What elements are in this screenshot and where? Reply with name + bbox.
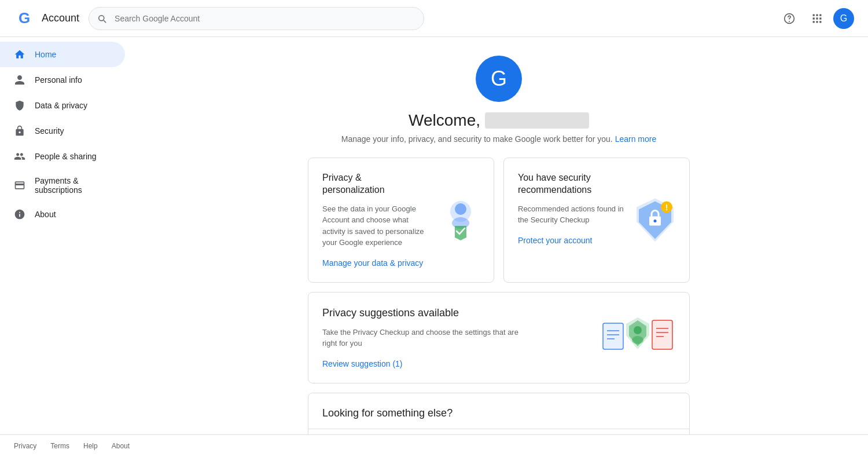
avatar-large-letter: G: [491, 67, 507, 91]
privacy-illustration: [435, 194, 487, 246]
security-illustration: !: [631, 195, 680, 244]
footer-privacy-link[interactable]: Privacy: [14, 442, 36, 450]
learn-more-text: Learn more: [615, 134, 657, 144]
sidebar-item-personal-info[interactable]: Personal info: [0, 67, 125, 93]
privacy-card-title: Privacy & personalization: [322, 172, 425, 196]
sidebar-label-payments: Payments & subscriptions: [35, 176, 111, 195]
privacy-suggestions-title: Privacy suggestions available: [322, 306, 534, 320]
help-button[interactable]: [778, 7, 801, 30]
footer: Privacy Terms Help About: [0, 434, 868, 457]
user-avatar-nav[interactable]: G: [833, 8, 854, 29]
credit-card-icon: [14, 180, 25, 191]
sidebar-label-security: Security: [35, 126, 64, 136]
privacy-suggestions-link[interactable]: Review suggestion (1): [322, 359, 403, 368]
svg-rect-31: [652, 320, 672, 349]
top-nav: G Account: [0, 0, 868, 37]
security-card-title: You have security recommendations: [518, 172, 620, 196]
privacy-card: Privacy & personalization See the data i…: [308, 158, 494, 283]
person-icon: [14, 74, 25, 86]
sidebar-item-data-privacy[interactable]: Data & privacy: [0, 93, 125, 118]
sidebar-item-home[interactable]: Home: [0, 42, 125, 67]
search-icon: [97, 13, 107, 24]
welcome-subtitle: Manage your info, privacy, and security …: [341, 134, 656, 144]
sidebar-label-data-privacy: Data & privacy: [35, 101, 87, 110]
user-avatar-large: G: [476, 56, 522, 102]
svg-point-30: [632, 336, 643, 344]
help-icon: [784, 13, 795, 24]
apps-button[interactable]: [806, 7, 829, 30]
svg-rect-9: [819, 17, 821, 19]
sidebar-item-payments[interactable]: Payments & subscriptions: [0, 169, 125, 202]
nav-title: Account: [42, 12, 79, 24]
sidebar-label-personal-info: Personal info: [35, 75, 82, 85]
privacy-card-link[interactable]: Manage your data & privacy: [322, 258, 423, 268]
welcome-sub-text: Manage your info, privacy, and security …: [341, 134, 613, 144]
security-card-body: Recommended actions found in the Securit…: [518, 203, 628, 226]
svg-rect-4: [813, 14, 815, 16]
learn-more-link[interactable]: Learn more: [615, 134, 657, 144]
looking-title: Looking for something else?: [308, 393, 689, 429]
search-bar: [89, 7, 424, 30]
sidebar-item-people-sharing[interactable]: People & sharing: [0, 144, 125, 169]
footer-help-link[interactable]: Help: [83, 442, 98, 450]
svg-point-3: [789, 21, 790, 21]
sidebar-label-about: About: [35, 210, 56, 219]
svg-text:!: !: [665, 202, 668, 211]
svg-rect-23: [603, 323, 623, 349]
welcome-section: G Welcome, Manage your info, privacy, an…: [157, 56, 840, 144]
sidebar-item-security[interactable]: Security: [0, 118, 125, 144]
svg-rect-5: [816, 14, 818, 16]
shield-icon: [14, 100, 25, 111]
welcome-greeting: Welcome,: [409, 111, 480, 130]
svg-rect-12: [819, 21, 821, 23]
privacy-card-body: See the data in your Google Account and …: [322, 203, 432, 248]
google-logo-icon: G: [14, 7, 37, 30]
svg-point-14: [455, 203, 466, 215]
lock-icon: [14, 125, 25, 137]
avatar-letter: G: [840, 13, 847, 24]
looking-section: Looking for something else? Search Googl…: [308, 393, 690, 434]
welcome-name-redacted: [485, 112, 589, 129]
welcome-text: Welcome,: [409, 111, 589, 130]
home-icon: [14, 49, 25, 60]
svg-point-29: [634, 326, 642, 334]
nav-actions: G: [778, 7, 854, 30]
nav-logo[interactable]: G Account: [14, 7, 79, 30]
sidebar-item-about[interactable]: About: [0, 202, 125, 227]
sidebar: Home Personal info Data & privacy Securi…: [0, 37, 130, 434]
svg-point-20: [654, 220, 657, 222]
layout: Home Personal info Data & privacy Securi…: [0, 37, 868, 434]
svg-rect-10: [813, 21, 815, 23]
apps-icon: [811, 13, 823, 24]
svg-rect-11: [816, 21, 818, 23]
search-input[interactable]: [89, 7, 424, 30]
svg-rect-7: [813, 17, 815, 19]
security-card: You have security recommendations Recomm…: [503, 158, 690, 283]
security-card-link[interactable]: Protect your account: [518, 236, 592, 245]
svg-text:G: G: [19, 9, 30, 27]
footer-about-link[interactable]: About: [112, 442, 130, 450]
cards-row: Privacy & personalization See the data i…: [308, 158, 690, 283]
privacy-suggestions-card: Privacy suggestions available Take the P…: [308, 292, 690, 383]
info-icon: [14, 209, 25, 220]
svg-rect-8: [816, 17, 818, 19]
svg-rect-6: [819, 14, 821, 16]
sidebar-label-home: Home: [35, 50, 56, 59]
people-icon: [14, 151, 25, 162]
privacy-suggestions-illustration: [600, 315, 675, 361]
main-content: G Welcome, Manage your info, privacy, an…: [130, 37, 868, 434]
privacy-suggestions-body: Take the Privacy Checkup and choose the …: [322, 327, 534, 349]
search-account-item[interactable]: Search Google Account: [308, 429, 689, 434]
footer-terms-link[interactable]: Terms: [50, 442, 69, 450]
sidebar-label-people-sharing: People & sharing: [35, 152, 97, 161]
